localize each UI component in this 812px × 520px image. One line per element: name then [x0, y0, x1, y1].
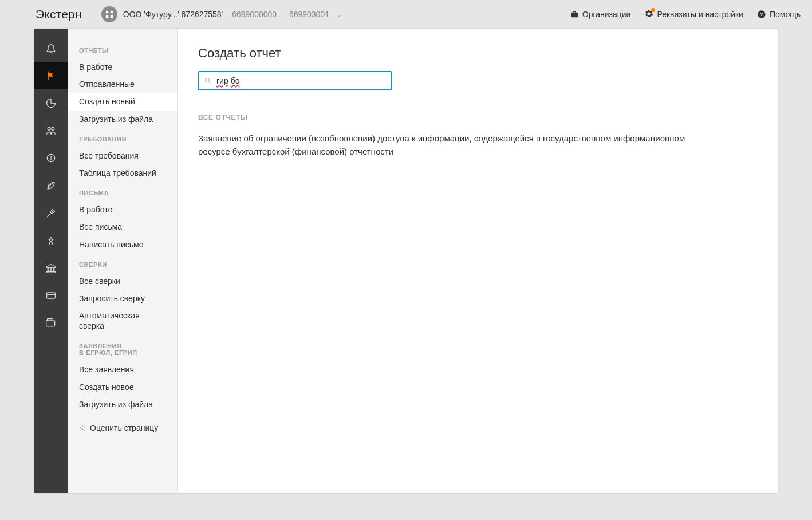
svg-rect-0: [106, 11, 108, 13]
nav-bank[interactable]: [34, 254, 68, 282]
people-icon: [45, 125, 57, 136]
flag-icon: [45, 70, 57, 81]
briefcase-icon: [570, 10, 579, 19]
chevron-down-icon: ⌵: [337, 11, 341, 18]
svg-point-12: [49, 242, 50, 244]
tools-icon: [45, 207, 57, 219]
side-group-sverki: СВЕРКИ Все сверки Запросить сверку Автом…: [68, 253, 177, 335]
search-icon: [204, 77, 212, 85]
sidebar-item-request-sverka[interactable]: Запросить сверку: [68, 290, 177, 307]
top-links: Организации Реквизиты и настройки ? Помо…: [570, 9, 801, 20]
sidebar-item-letters-work[interactable]: В работе: [68, 201, 177, 218]
search-word-2: бо: [231, 76, 240, 85]
search-input[interactable]: гир бо: [198, 71, 392, 90]
side-title-zayav: ЗАЯВЛЕНИЯ В ЕГРЮЛ, ЕГРИП: [68, 334, 177, 361]
all-reports-label: ВСЕ ОТЧЕТЫ: [198, 113, 757, 121]
sidebar-item-in-work[interactable]: В работе: [68, 58, 177, 76]
nav-notifications[interactable]: [34, 34, 68, 62]
sidebar-item-all-reqs[interactable]: Все требования: [68, 147, 177, 164]
coin-icon: [45, 152, 57, 164]
main-content: Создать отчет гир бо ВСЕ ОТЧЕТЫ Заявлени…: [178, 29, 778, 493]
side-title-letters: ПИСЬМА: [68, 182, 177, 201]
star-icon: ☆: [79, 423, 86, 432]
page-title: Создать отчет: [198, 46, 757, 61]
sidebar-item-upload[interactable]: Загрузить из файла: [68, 111, 177, 128]
nav-people[interactable]: [34, 117, 68, 144]
settings-link[interactable]: Реквизиты и настройки: [644, 9, 743, 20]
svg-rect-1: [111, 11, 113, 13]
pie-icon: [45, 97, 57, 109]
organizations-link[interactable]: Организации: [570, 10, 631, 19]
card-icon: [45, 290, 57, 301]
nav-wallet[interactable]: [34, 309, 68, 337]
sidebar-item-upload-zayav[interactable]: Загрузить из файла: [68, 396, 177, 413]
svg-rect-14: [47, 293, 56, 298]
nav-reports[interactable]: [34, 62, 68, 89]
nav-coin[interactable]: [34, 144, 68, 172]
svg-rect-2: [106, 15, 108, 18]
bell-icon: [45, 42, 57, 54]
sidebar-rate-label: Оценить страницу: [90, 423, 158, 432]
nav-card[interactable]: [34, 282, 68, 309]
sidebar-item-auto-sverka[interactable]: Автоматическая сверка: [68, 307, 177, 334]
org-selector[interactable]: ООО 'Футуру...' 672627558' 6699000000 — …: [101, 6, 341, 22]
help-link[interactable]: ? Помощь: [757, 10, 801, 19]
sidebar-item-all-letters[interactable]: Все письма: [68, 218, 177, 235]
svg-rect-3: [111, 15, 113, 18]
grapes-icon: [45, 235, 57, 246]
icon-sidebar: [34, 29, 68, 493]
sidebar-item-write-letter[interactable]: Написать письмо: [68, 236, 177, 253]
sidebar-item-sent[interactable]: Отправленные: [68, 76, 177, 93]
app-logo: Экстерн: [0, 7, 101, 21]
leaf-icon: [45, 180, 57, 191]
sidebar-item-create-zayav[interactable]: Создать новое: [68, 379, 177, 396]
sidebar: ОТЧЕТЫ В работе Отправленные Создать нов…: [68, 29, 178, 493]
side-title-reports: ОТЧЕТЫ: [68, 39, 177, 58]
svg-point-7: [52, 127, 54, 130]
svg-point-15: [205, 78, 209, 82]
svg-point-13: [52, 242, 53, 244]
sidebar-item-all-sverki[interactable]: Все сверки: [68, 273, 177, 290]
sidebar-item-create-new[interactable]: Создать новый: [68, 93, 177, 110]
svg-point-9: [49, 239, 50, 241]
organizations-label: Организации: [582, 10, 631, 19]
side-group-zayav: ЗАЯВЛЕНИЯ В ЕГРЮЛ, ЕГРИП Все заявления С…: [68, 334, 177, 413]
side-group-requirements: ТРЕБОВАНИЯ Все требования Таблица требов…: [68, 128, 177, 182]
side-title-sverki: СВЕРКИ: [68, 253, 177, 273]
svg-point-10: [52, 239, 53, 241]
sidebar-item-req-table[interactable]: Таблица требований: [68, 164, 177, 182]
org-name: ООО 'Футуру...' 672627558': [123, 10, 223, 19]
nav-leaf[interactable]: [34, 172, 68, 199]
question-icon: ?: [757, 10, 766, 19]
search-word-1: гир: [216, 76, 228, 85]
report-result[interactable]: Заявление об ограничении (возобновлении)…: [198, 132, 702, 159]
side-group-letters: ПИСЬМА В работе Все письма Написать пись…: [68, 182, 177, 253]
sidebar-rate-page[interactable]: ☆ Оценить страницу: [68, 413, 177, 436]
svg-point-11: [50, 241, 52, 242]
side-group-reports: ОТЧЕТЫ В работе Отправленные Создать нов…: [68, 39, 177, 128]
side-title-requirements: ТРЕБОВАНИЯ: [68, 128, 177, 147]
wallet-icon: [45, 317, 57, 329]
svg-text:?: ?: [760, 11, 763, 17]
nav-analytics[interactable]: [34, 89, 68, 117]
gear-icon: [644, 9, 653, 20]
nav-tools[interactable]: [34, 199, 68, 227]
help-label: Помощь: [770, 10, 801, 19]
grid-icon: [101, 6, 117, 22]
settings-label: Реквизиты и настройки: [657, 10, 743, 19]
org-codes: 6699000000 — 669903001: [232, 10, 329, 19]
top-bar: Экстерн ООО 'Футуру...' 672627558' 66990…: [0, 0, 812, 29]
svg-point-6: [48, 127, 50, 130]
nav-grapes[interactable]: [34, 227, 68, 254]
sidebar-item-all-zayav[interactable]: Все заявления: [68, 361, 177, 378]
search-wrap: гир бо: [198, 71, 392, 90]
bank-icon: [45, 262, 57, 274]
